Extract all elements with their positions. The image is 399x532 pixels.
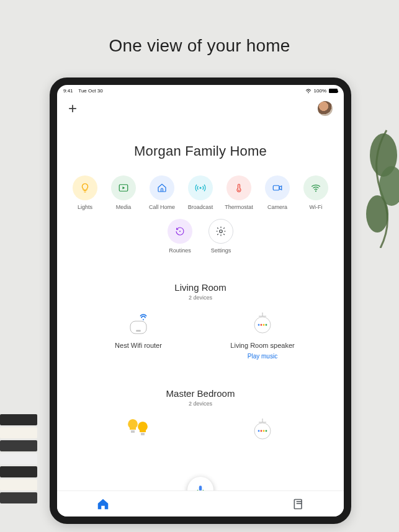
action-label: Wi-Fi bbox=[301, 204, 331, 210]
device-tile[interactable]: Nest Wifi router bbox=[98, 311, 179, 360]
svg-point-22 bbox=[258, 430, 260, 432]
thermostat-icon bbox=[226, 175, 251, 200]
svg-point-23 bbox=[261, 430, 262, 432]
svg-point-24 bbox=[263, 430, 265, 432]
camera-icon bbox=[265, 175, 290, 200]
svg-point-0 bbox=[370, 133, 397, 177]
svg-point-25 bbox=[266, 430, 267, 432]
svg-point-8 bbox=[315, 190, 316, 192]
room-title: Master Bedroom bbox=[57, 388, 344, 399]
bottom-nav bbox=[57, 490, 344, 516]
broadcast-icon bbox=[188, 175, 213, 200]
room-section: Living Room 2 devices Nest Wifi routerLi… bbox=[57, 282, 344, 360]
svg-point-21 bbox=[254, 423, 271, 439]
action-call-home[interactable]: Call Home bbox=[147, 175, 177, 210]
action-label: Routines bbox=[165, 247, 195, 254]
action-camera[interactable]: Camera bbox=[262, 175, 292, 210]
svg-point-17 bbox=[263, 324, 265, 326]
action-thermostat[interactable]: Thermostat bbox=[224, 175, 254, 210]
action-label: Camera bbox=[262, 204, 292, 210]
action-label: Call Home bbox=[147, 204, 177, 210]
svg-rect-7 bbox=[273, 185, 279, 190]
status-bar: 9:41 Tue Oct 30 100% bbox=[57, 85, 344, 95]
room-title: Living Room bbox=[57, 282, 344, 293]
routines-icon bbox=[168, 219, 192, 244]
room-section: Master Bedroom 2 devices bbox=[57, 388, 344, 448]
svg-point-3 bbox=[308, 92, 309, 93]
status-time: 9:41 bbox=[63, 88, 73, 94]
device-tile[interactable] bbox=[98, 417, 179, 448]
svg-point-6 bbox=[238, 190, 240, 191]
svg-point-14 bbox=[254, 317, 271, 333]
add-button[interactable]: + bbox=[68, 100, 77, 117]
home-title: Morgan Family Home bbox=[57, 143, 344, 159]
decorative-plant bbox=[349, 124, 399, 248]
room-devices bbox=[57, 417, 344, 448]
svg-point-9 bbox=[179, 231, 181, 232]
svg-point-16 bbox=[261, 324, 262, 326]
media-icon bbox=[111, 175, 136, 200]
quick-actions-row: LightsMediaCall HomeBroadcastThermostatC… bbox=[57, 175, 344, 210]
action-label: Thermostat bbox=[224, 204, 254, 210]
decorative-books bbox=[0, 414, 37, 520]
speaker-icon bbox=[222, 311, 303, 338]
page-headline: One view of your home bbox=[0, 0, 399, 56]
svg-rect-20 bbox=[141, 433, 145, 435]
svg-point-5 bbox=[200, 187, 202, 189]
svg-point-2 bbox=[366, 195, 388, 233]
action-broadcast[interactable]: Broadcast bbox=[186, 175, 215, 210]
device-action-link[interactable]: Play music bbox=[222, 353, 303, 360]
action-routines[interactable]: Routines bbox=[165, 219, 195, 254]
svg-point-10 bbox=[220, 230, 223, 233]
nav-feed-icon[interactable] bbox=[292, 498, 305, 510]
status-battery-text: 100% bbox=[314, 88, 326, 94]
action-media[interactable]: Media bbox=[109, 175, 138, 210]
nav-home-icon[interactable] bbox=[96, 497, 110, 511]
svg-point-1 bbox=[379, 166, 399, 206]
gear-icon bbox=[208, 219, 233, 244]
action-wi-fi[interactable]: Wi-Fi bbox=[301, 175, 331, 210]
action-settings[interactable]: Settings bbox=[206, 219, 236, 254]
svg-rect-13 bbox=[136, 330, 141, 332]
svg-point-11 bbox=[143, 319, 144, 321]
device-tile[interactable] bbox=[222, 417, 303, 448]
bulb-icon bbox=[73, 175, 97, 200]
battery-icon bbox=[329, 89, 338, 93]
room-subtitle: 2 devices bbox=[57, 295, 344, 301]
action-label: Media bbox=[109, 204, 138, 210]
device-name: Nest Wifi router bbox=[98, 342, 179, 349]
wifi-icon bbox=[303, 175, 328, 200]
tablet-frame: 9:41 Tue Oct 30 100% + Morgan Family Hom… bbox=[50, 78, 351, 524]
room-devices: Nest Wifi routerLiving Room speakerPlay … bbox=[57, 311, 344, 360]
svg-rect-27 bbox=[297, 501, 302, 502]
action-label: Lights bbox=[70, 204, 100, 210]
bulbs-icon bbox=[98, 417, 179, 444]
quick-actions-row2: RoutinesSettings bbox=[57, 219, 344, 254]
action-label: Broadcast bbox=[186, 204, 215, 210]
svg-point-18 bbox=[266, 324, 267, 326]
svg-rect-19 bbox=[131, 430, 135, 433]
room-subtitle: 2 devices bbox=[57, 401, 344, 407]
action-lights[interactable]: Lights bbox=[70, 175, 100, 210]
device-name: Living Room speaker bbox=[222, 342, 303, 349]
profile-avatar[interactable] bbox=[318, 101, 333, 116]
speaker-icon bbox=[222, 417, 303, 444]
device-tile[interactable]: Living Room speakerPlay music bbox=[222, 311, 303, 360]
status-date: Tue Oct 30 bbox=[78, 88, 102, 94]
action-label: Settings bbox=[206, 247, 236, 254]
svg-point-15 bbox=[258, 324, 260, 326]
svg-rect-28 bbox=[297, 503, 302, 504]
callhome-icon bbox=[150, 175, 174, 200]
wifi-status-icon bbox=[305, 89, 312, 94]
router-icon bbox=[98, 311, 179, 338]
